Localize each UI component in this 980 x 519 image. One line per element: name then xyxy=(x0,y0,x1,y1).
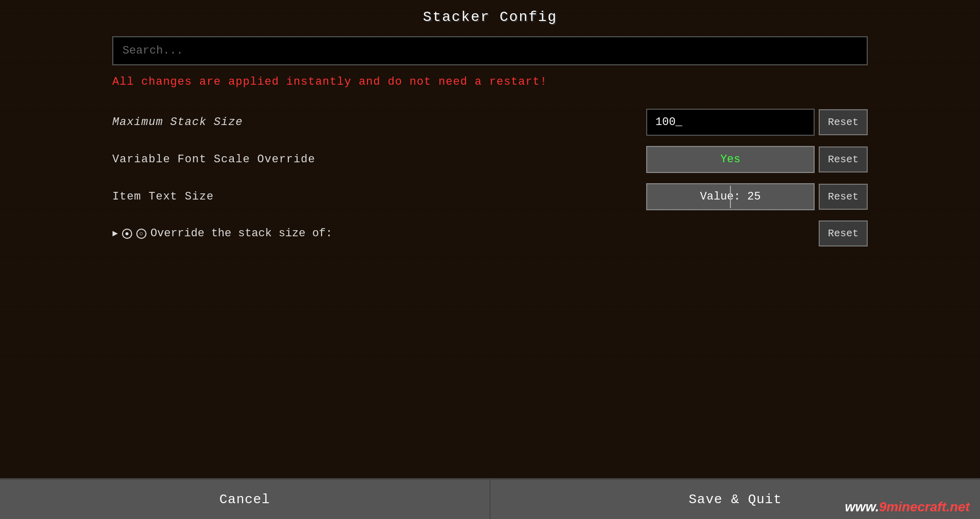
setting-controls-max-stack-size: Reset xyxy=(646,109,868,136)
watermark: www.9minecraft.net xyxy=(845,499,970,515)
max-stack-size-input[interactable] xyxy=(646,109,815,136)
cancel-button[interactable]: Cancel xyxy=(0,480,491,519)
setting-label-max-stack-size: Maximum Stack Size xyxy=(112,116,243,129)
reset-button-max-stack-size[interactable]: Reset xyxy=(819,109,868,135)
item-text-size-slider[interactable]: Value: 25 xyxy=(646,183,815,210)
setting-label-item-text-size: Item Text Size xyxy=(112,190,214,203)
setting-row-override: ► ● ○ Override the stack size of: Reset xyxy=(112,215,868,252)
reset-button-item-text-size[interactable]: Reset xyxy=(819,184,868,210)
setting-controls-variable-font-scale: Yes Reset xyxy=(646,146,868,173)
settings-list: Maximum Stack Size Reset Variable Font S… xyxy=(112,104,868,252)
setting-row-max-stack-size: Maximum Stack Size Reset xyxy=(112,104,868,141)
circle-filled-icon: ● xyxy=(122,229,132,239)
notice-text: All changes are applied instantly and do… xyxy=(112,76,868,88)
page-title: Stacker Config xyxy=(423,9,557,25)
slider-line xyxy=(730,185,731,208)
variable-font-scale-toggle[interactable]: Yes xyxy=(646,146,815,173)
setting-controls-override: Reset xyxy=(819,220,868,246)
setting-controls-item-text-size: Value: 25 Reset xyxy=(646,183,868,210)
circle-empty-icon: ○ xyxy=(136,229,146,239)
page-container: Stacker Config All changes are applied i… xyxy=(0,0,980,519)
setting-row-item-text-size: Item Text Size Value: 25 Reset xyxy=(112,178,868,215)
setting-label-variable-font-scale: Variable Font Scale Override xyxy=(112,153,315,166)
watermark-www: www. xyxy=(845,499,879,514)
watermark-domain: 9minecraft.net xyxy=(879,499,970,514)
bottom-bar: Cancel Save & Quit www.9minecraft.net xyxy=(0,478,980,519)
override-text: Override the stack size of: xyxy=(151,227,332,240)
chevron-icon: ► xyxy=(112,229,118,239)
main-content: All changes are applied instantly and do… xyxy=(112,31,868,478)
search-input[interactable] xyxy=(112,36,868,65)
title-bar: Stacker Config xyxy=(0,0,980,31)
override-label: ► ● ○ Override the stack size of: xyxy=(112,227,819,240)
setting-row-variable-font-scale: Variable Font Scale Override Yes Reset xyxy=(112,141,868,178)
search-bar-container xyxy=(112,36,868,65)
reset-button-override[interactable]: Reset xyxy=(819,220,868,246)
reset-button-variable-font-scale[interactable]: Reset xyxy=(819,146,868,172)
